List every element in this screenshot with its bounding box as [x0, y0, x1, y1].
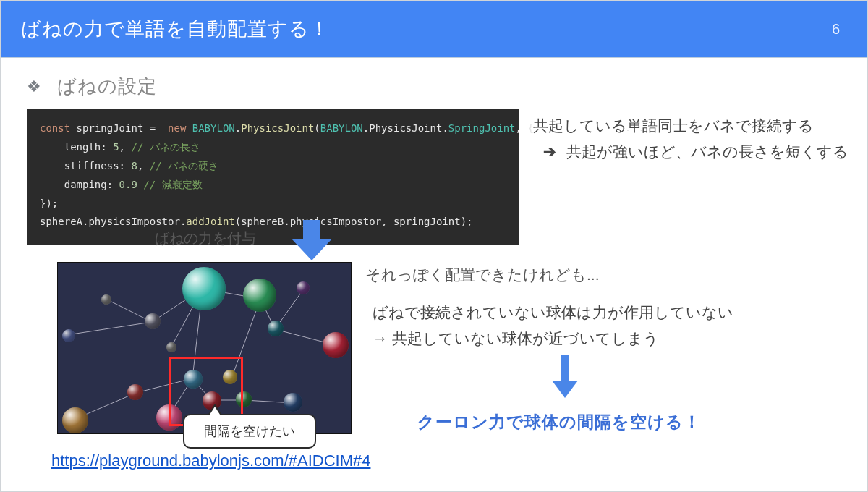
graph-node [323, 332, 349, 358]
down-arrow-icon [550, 355, 579, 402]
code-kw: const [40, 122, 70, 134]
arrow-right-icon: ➔ [543, 143, 556, 160]
playground-link[interactable]: https://playground.babylonjs.com/#AIDCIM… [51, 451, 370, 470]
code-fn: PhysicsJoint [241, 122, 314, 134]
code-comment: // バネの長さ [131, 141, 200, 153]
graph-node [268, 321, 284, 336]
speech-bubble: 間隔を空けたい [183, 414, 316, 449]
code-kw: new [162, 122, 187, 134]
right-note-2: それっぽく配置できたけれども... [365, 265, 600, 285]
right-note-1: 共起している単語同士をバネで接続する ➔共起が強いほど、バネの長さを短くする [533, 113, 848, 164]
graph-3d-figure [57, 262, 352, 434]
code-block: const springJoint = new BABYLON.PhysicsJ… [27, 109, 519, 245]
diamond-bullet-icon: ❖ [27, 77, 41, 96]
section-title: ばねの設定 [57, 74, 157, 99]
code-comment: // 減衰定数 [143, 179, 202, 190]
graph-node [182, 267, 226, 310]
right-note-3b: → 共起していない球体が近づいてしまう [373, 326, 733, 352]
right-callout: クーロン力で球体の間隔を空ける！ [417, 411, 701, 433]
right-note-3: ばねで接続されていない球体は力が作用していない → 共起していない球体が近づいて… [373, 300, 733, 351]
speech-text: 間隔を空けたい [204, 423, 295, 440]
svg-marker-17 [552, 355, 578, 398]
slide-title: ばねの力で単語を自動配置する！ [21, 16, 330, 42]
arrow-caption: ばねの力を付与 [155, 229, 256, 248]
svg-marker-0 [292, 220, 332, 260]
right-note-1b: 共起が強いほど、バネの長さを短くする [566, 143, 848, 160]
page-number: 6 [832, 21, 840, 38]
graph-node [284, 393, 302, 412]
right-note-1a: 共起している単語同士をバネで接続する [533, 113, 848, 139]
graph-node [243, 279, 276, 312]
section-header: ❖ ばねの設定 [27, 74, 867, 99]
slide-body: ❖ ばねの設定 const springJoint = new BABYLON.… [1, 58, 867, 245]
graph-node [127, 384, 143, 400]
right-note-3a: ばねで接続されていない球体は力が作用していない [373, 300, 733, 326]
code-ident: springJoint [77, 122, 144, 134]
graph-node [62, 407, 88, 433]
graph-node [297, 281, 310, 294]
slide-header: ばねの力で単語を自動配置する！ 6 [1, 1, 867, 58]
graph-node [166, 342, 176, 352]
code-comment: // バネの硬さ [150, 160, 218, 171]
down-arrow-icon [290, 220, 333, 266]
graph-node [62, 329, 75, 342]
graph-node [101, 294, 111, 305]
code-class: BABYLON [186, 122, 234, 134]
graph-node [145, 313, 161, 329]
svg-line-5 [67, 322, 152, 335]
